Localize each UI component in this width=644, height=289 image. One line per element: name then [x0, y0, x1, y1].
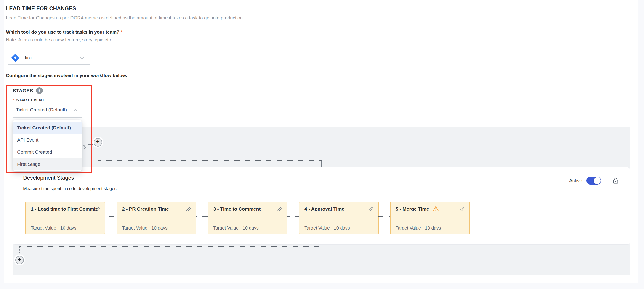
lock-button[interactable] — [612, 176, 620, 185]
stage-card-3[interactable]: 3 - Time to Comment Target Value - 10 da… — [208, 202, 288, 234]
card-connector-dotted — [196, 216, 208, 216]
stage-card-2[interactable]: 2 - PR Creation Time Target Value - 10 d… — [116, 202, 196, 234]
start-event-dropdown: Ticket Created (Default) API Event Commi… — [13, 120, 82, 171]
status-row: Active — [569, 176, 620, 185]
plus-icon: + — [94, 138, 102, 147]
connector-dashed — [98, 148, 98, 160]
active-label: Active — [569, 178, 582, 183]
edit-button[interactable] — [185, 206, 192, 213]
stages-count-badge: 5 — [36, 87, 43, 94]
add-stage-button-top[interactable]: + — [92, 137, 103, 148]
stage-target-value: Target Value - 10 days — [213, 225, 259, 231]
stage-title: 3 - Time to Comment — [213, 206, 260, 211]
required-asterisk: * — [121, 29, 123, 35]
stage-title: 5 - Merge Time — [396, 206, 429, 211]
dropdown-option-api-event[interactable]: API Event — [13, 134, 82, 146]
development-stages-title: Development Stages — [23, 175, 74, 181]
stage-target-value: Target Value - 10 days — [122, 225, 168, 231]
dropdown-option-commit-created[interactable]: Commit Created — [13, 146, 82, 158]
card-connector-dotted — [105, 216, 116, 216]
stage-card-1[interactable]: 1 - Lead time to First Commit Target Val… — [25, 202, 105, 234]
tracker-question-text: Which tool do you use to track tasks in … — [6, 29, 120, 35]
tracker-note: Note: A task could be a new feature, sto… — [6, 37, 112, 43]
page-subtitle: Lead Time for Changes as per DORA metric… — [6, 15, 244, 21]
connector-dashed — [321, 160, 322, 167]
edit-pencil-icon — [94, 206, 101, 213]
stage-target-value: Target Value - 10 days — [304, 225, 350, 231]
stage-target-value: Target Value - 10 days — [31, 225, 76, 231]
toggle-knob — [594, 177, 600, 184]
lock-icon — [612, 176, 620, 185]
connector-dashed — [19, 247, 20, 255]
select-underline — [13, 117, 82, 118]
stage-title: 4 - Approval Time — [304, 206, 344, 211]
development-stages-card: Development Stages Measure time spent in… — [13, 167, 630, 245]
tool-select[interactable]: Jira — [8, 51, 90, 65]
configure-instruction: Configure the stages involved in your wo… — [6, 73, 127, 78]
dropdown-option-ticket-created[interactable]: Ticket Created (Default) — [13, 122, 82, 134]
stage-target-value: Target Value - 10 days — [396, 225, 441, 231]
stages-label: STAGES — [13, 88, 33, 94]
stage-card-5[interactable]: 5 - Merge Time Target Value - 10 days — [390, 202, 470, 234]
tracker-question: Which tool do you use to track tasks in … — [6, 29, 123, 35]
card-connector-dotted — [287, 216, 299, 216]
chevron-down-icon — [80, 55, 84, 59]
stage-card-4[interactable]: 4 - Approval Time Target Value - 10 days — [299, 202, 379, 234]
connector-line — [88, 138, 88, 156]
edit-button[interactable] — [459, 206, 466, 213]
edit-button[interactable] — [276, 206, 284, 213]
required-asterisk: * — [13, 98, 14, 102]
jira-logo-icon — [11, 53, 20, 62]
warning-icon — [432, 205, 439, 212]
edit-button[interactable] — [368, 206, 374, 213]
card-connector-dotted — [378, 216, 390, 216]
edit-button[interactable] — [94, 206, 101, 213]
active-toggle[interactable] — [586, 177, 601, 184]
edit-pencil-icon — [368, 206, 374, 213]
edit-pencil-icon — [185, 206, 192, 213]
connector-dotted — [98, 160, 322, 161]
development-stages-description: Measure time spent in code development s… — [23, 186, 118, 191]
edit-pencil-icon — [459, 206, 466, 213]
add-stage-button-bottom[interactable]: + — [14, 254, 25, 265]
start-event-select[interactable]: Ticket Created (Default) — [16, 107, 67, 113]
stage-title: 2 - PR Creation Time — [122, 206, 169, 211]
connector-dotted — [20, 246, 321, 247]
plus-icon: + — [15, 256, 24, 264]
stages-section-title: STAGES 5 — [13, 87, 43, 94]
tool-select-value: Jira — [24, 55, 80, 61]
start-event-label: *START EVENT — [13, 98, 44, 102]
dropdown-option-first-stage[interactable]: First Stage — [13, 158, 82, 170]
page-title: LEAD TIME FOR CHANGES — [6, 6, 76, 12]
stage-title: 1 - Lead time to First Commit — [31, 206, 97, 211]
edit-pencil-icon — [276, 206, 284, 213]
